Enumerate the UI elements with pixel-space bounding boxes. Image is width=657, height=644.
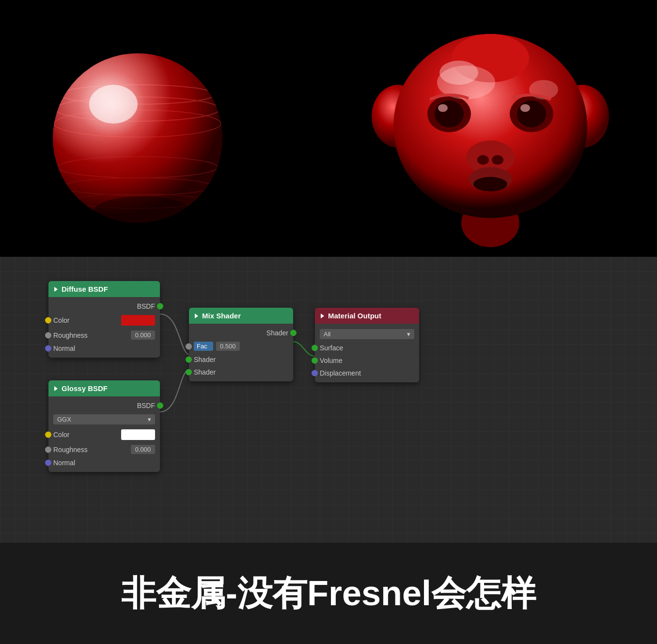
mix-fac-socket[interactable]	[186, 343, 192, 349]
output-displacement-socket[interactable]	[312, 370, 318, 377]
glossy-bsdf-label: BSDF	[137, 402, 155, 409]
output-header: Material Output	[315, 308, 419, 324]
mix-shader2-socket[interactable]	[186, 369, 192, 376]
diffuse-bsdf-label: BSDF	[137, 302, 155, 310]
glossy-color-swatch[interactable]	[121, 429, 155, 440]
mix-fac-label[interactable]: Fac	[194, 342, 213, 351]
svg-point-18	[435, 100, 464, 127]
mix-shader2-row: Shader	[189, 366, 293, 378]
glossy-distribution-value: GGX	[57, 416, 71, 423]
svg-point-24	[492, 155, 503, 165]
node-mix-shader: Mix Shader Shader Fac 0.500 Shader Sh	[189, 308, 293, 381]
mix-collapse-icon[interactable]	[195, 314, 198, 318]
output-displacement-label: Displacement	[320, 369, 414, 377]
diffuse-body: BSDF Color Roughness 0.000 Normal	[48, 297, 160, 358]
glossy-title: Glossy BSDF	[62, 384, 108, 393]
render-area	[0, 0, 657, 257]
mix-shader-output-row: Shader	[189, 327, 293, 339]
mix-body: Shader Fac 0.500 Shader Shader	[189, 324, 293, 381]
svg-point-23	[477, 155, 489, 165]
sphere-render	[46, 46, 230, 230]
diffuse-roughness-value[interactable]: 0.000	[131, 330, 155, 340]
diffuse-header: Diffuse BSDF	[48, 281, 160, 297]
glossy-distribution-row[interactable]: GGX ▾	[48, 412, 160, 427]
diffuse-color-socket[interactable]	[45, 317, 51, 324]
glossy-roughness-label: Roughness	[53, 446, 131, 454]
glossy-roughness-socket[interactable]	[45, 446, 51, 453]
svg-point-9	[89, 85, 138, 124]
diffuse-normal-label: Normal	[53, 345, 155, 352]
output-body: All ▾ Surface Volume Displacement	[315, 324, 419, 382]
diffuse-collapse-icon[interactable]	[54, 287, 58, 292]
diffuse-normal-row: Normal	[48, 342, 160, 355]
svg-point-29	[439, 61, 478, 85]
diffuse-color-label: Color	[53, 316, 121, 324]
output-surface-socket[interactable]	[312, 345, 318, 351]
output-surface-row: Surface	[315, 342, 419, 354]
glossy-distribution-dropdown[interactable]: GGX ▾	[53, 414, 155, 424]
diffuse-bsdf-output-row: BSDF	[48, 300, 160, 313]
glossy-body: BSDF GGX ▾ Color Roughness 0.000	[48, 396, 160, 472]
glossy-bsdf-socket[interactable]	[157, 403, 163, 409]
mix-shader2-label: Shader	[194, 368, 288, 376]
svg-point-19	[517, 100, 546, 127]
mix-shader1-row: Shader	[189, 353, 293, 366]
output-volume-row: Volume	[315, 354, 419, 367]
diffuse-color-row: Color	[48, 313, 160, 328]
glossy-color-row: Color	[48, 427, 160, 442]
glossy-roughness-value[interactable]: 0.000	[131, 445, 155, 454]
output-displacement-row: Displacement	[315, 367, 419, 379]
output-target-row[interactable]: All ▾	[315, 327, 419, 342]
mix-shader1-socket[interactable]	[186, 357, 192, 363]
svg-point-21	[520, 104, 530, 112]
glossy-roughness-row: Roughness 0.000	[48, 442, 160, 456]
glossy-collapse-icon[interactable]	[54, 386, 58, 391]
mix-shader-out-socket[interactable]	[290, 330, 297, 336]
glossy-bsdf-output-row: BSDF	[48, 399, 160, 412]
diffuse-normal-socket[interactable]	[45, 346, 51, 352]
svg-point-20	[438, 104, 448, 112]
node-glossy-bsdf: Glossy BSDF BSDF GGX ▾ Color	[48, 380, 160, 472]
glossy-color-socket[interactable]	[45, 432, 51, 438]
node-editor: Diffuse BSDF BSDF Color Roughness 0.000	[0, 257, 657, 543]
diffuse-roughness-socket[interactable]	[45, 332, 51, 338]
glossy-normal-socket[interactable]	[45, 460, 51, 466]
monkey-render	[364, 19, 616, 247]
svg-point-26	[473, 177, 507, 191]
diffuse-bsdf-socket[interactable]	[157, 303, 163, 310]
diffuse-roughness-label: Roughness	[53, 331, 131, 339]
output-surface-label: Surface	[320, 344, 414, 352]
diffuse-color-swatch[interactable]	[121, 315, 155, 326]
mix-shader-out-label: Shader	[266, 329, 288, 337]
diffuse-title: Diffuse BSDF	[62, 285, 108, 293]
mix-fac-value[interactable]: 0.500	[216, 342, 240, 351]
output-title: Material Output	[328, 312, 381, 320]
output-target-value: All	[324, 330, 330, 338]
mix-header: Mix Shader	[189, 308, 293, 324]
output-volume-socket[interactable]	[312, 358, 318, 364]
glossy-normal-label: Normal	[53, 459, 155, 467]
glossy-normal-row: Normal	[48, 456, 160, 469]
mix-fac-row: Fac 0.500	[189, 339, 293, 353]
output-volume-label: Volume	[320, 357, 414, 364]
svg-point-10	[94, 196, 191, 225]
output-target-dropdown[interactable]: All ▾	[320, 329, 414, 339]
glossy-header: Glossy BSDF	[48, 380, 160, 396]
mix-title: Mix Shader	[202, 312, 241, 320]
diffuse-roughness-row: Roughness 0.000	[48, 328, 160, 342]
glossy-dropdown-arrow: ▾	[148, 416, 151, 423]
node-material-output: Material Output All ▾ Surface Volume	[315, 308, 419, 382]
bottom-text: 非金属-没有Fresnel会怎样	[121, 570, 536, 617]
output-collapse-icon[interactable]	[321, 314, 324, 318]
node-diffuse-bsdf: Diffuse BSDF BSDF Color Roughness 0.000	[48, 281, 160, 358]
output-dropdown-arrow: ▾	[407, 330, 410, 338]
glossy-color-label: Color	[53, 431, 121, 439]
bottom-text-area: 非金属-没有Fresnel会怎样	[0, 543, 657, 644]
mix-shader1-label: Shader	[194, 356, 288, 363]
